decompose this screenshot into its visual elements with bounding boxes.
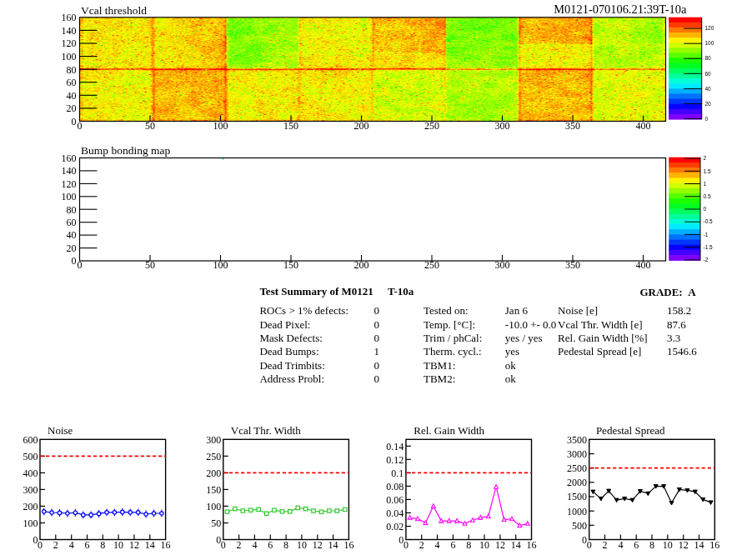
svg-text:2: 2 (237, 539, 242, 551)
svg-text:8: 8 (466, 539, 471, 551)
svg-text:0.02: 0.02 (386, 521, 404, 532)
svg-text:87.6: 87.6 (667, 318, 686, 331)
svg-text:80: 80 (67, 204, 77, 216)
svg-text:1.5: 1.5 (704, 168, 711, 174)
svg-text:yes: yes (505, 345, 519, 358)
svg-text:0: 0 (374, 304, 380, 317)
svg-text:3000: 3000 (567, 448, 587, 460)
svg-text:60: 60 (705, 71, 712, 77)
svg-text:300: 300 (23, 484, 38, 496)
svg-text:12: 12 (495, 539, 505, 551)
svg-text:4: 4 (618, 539, 623, 551)
svg-text:Therm. cycl.:: Therm. cycl.: (424, 345, 482, 358)
svg-text:350: 350 (565, 120, 580, 132)
svg-text:1: 1 (704, 181, 707, 187)
svg-text:200: 200 (23, 501, 38, 512)
svg-text:0: 0 (404, 539, 409, 551)
svg-text:60: 60 (67, 217, 77, 228)
svg-text:0: 0 (78, 259, 83, 271)
svg-text:400: 400 (23, 468, 38, 479)
svg-text:100: 100 (206, 501, 221, 512)
svg-text:3500: 3500 (567, 434, 587, 446)
svg-text:1546.6: 1546.6 (667, 345, 697, 358)
svg-text:Dead Trimbits:: Dead Trimbits: (259, 359, 324, 372)
svg-text:600: 600 (23, 434, 38, 446)
svg-text:0.06: 0.06 (386, 494, 404, 506)
svg-text:350: 350 (565, 259, 580, 271)
svg-text:1: 1 (374, 345, 380, 358)
svg-text:Pedestal Spread [e]: Pedestal Spread [e] (558, 345, 641, 358)
svg-text:0: 0 (374, 318, 380, 331)
svg-text:Vcal threshold: Vcal threshold (81, 4, 147, 17)
svg-text:150: 150 (283, 120, 298, 132)
svg-text:20: 20 (67, 242, 77, 254)
svg-text:160: 160 (62, 152, 77, 164)
svg-text:16: 16 (709, 539, 719, 551)
svg-text:14: 14 (328, 539, 338, 551)
svg-text:20: 20 (705, 101, 712, 107)
svg-text:16: 16 (161, 539, 171, 551)
svg-text:6: 6 (634, 539, 639, 551)
svg-text:0: 0 (374, 332, 380, 344)
svg-text:3.3: 3.3 (667, 332, 680, 344)
svg-text:2: 2 (603, 539, 608, 551)
svg-text:10: 10 (113, 539, 123, 551)
svg-text:40: 40 (67, 229, 77, 241)
svg-text:160: 160 (62, 12, 77, 23)
svg-text:Noise [e]: Noise [e] (558, 304, 598, 317)
svg-text:0: 0 (78, 120, 83, 132)
svg-text:0.14: 0.14 (386, 441, 404, 452)
svg-text:-2: -2 (704, 257, 709, 262)
svg-text:120: 120 (62, 178, 77, 190)
svg-text:Bump bonding map: Bump bonding map (81, 144, 170, 157)
svg-text:8: 8 (649, 539, 654, 551)
svg-text:GRADE: A: GRADE: A (639, 286, 696, 298)
svg-text:6: 6 (85, 539, 90, 551)
svg-text:2: 2 (419, 539, 424, 551)
svg-text:0: 0 (72, 116, 77, 128)
svg-text:40: 40 (705, 86, 712, 92)
svg-text:4: 4 (69, 539, 74, 551)
svg-text:1000: 1000 (567, 506, 587, 518)
svg-text:120: 120 (62, 38, 77, 49)
svg-text:10: 10 (663, 539, 673, 551)
svg-text:100: 100 (62, 51, 77, 62)
svg-text:80: 80 (67, 64, 77, 76)
svg-text:Rel. Gain Width: Rel. Gain Width (414, 424, 484, 437)
svg-text:300: 300 (206, 434, 221, 446)
svg-text:100: 100 (213, 120, 228, 132)
svg-text:158.2: 158.2 (667, 304, 691, 317)
svg-text:0: 0 (221, 539, 226, 551)
svg-text:Tested on:: Tested on: (424, 304, 469, 317)
svg-text:8: 8 (283, 539, 288, 551)
svg-text:80: 80 (705, 55, 712, 61)
svg-text:TBM2:: TBM2: (424, 372, 455, 385)
svg-text:0: 0 (705, 116, 709, 122)
svg-text:Mask Defects:: Mask Defects: (259, 332, 322, 344)
svg-text:Dead Bumps:: Dead Bumps: (259, 345, 318, 358)
svg-text:Address Probl:: Address Probl: (259, 372, 324, 385)
svg-text:0: 0 (587, 539, 592, 551)
svg-text:0: 0 (374, 372, 380, 385)
svg-text:400: 400 (636, 259, 651, 271)
svg-text:200: 200 (354, 259, 369, 271)
svg-text:Vcal Thr. Width [e]: Vcal Thr. Width [e] (558, 318, 643, 331)
svg-text:140: 140 (62, 165, 77, 177)
svg-text:2500: 2500 (567, 462, 587, 474)
svg-text:1500: 1500 (567, 491, 587, 502)
svg-text:100: 100 (213, 259, 228, 271)
svg-text:10: 10 (479, 539, 489, 551)
svg-text:Vcal Thr. Width: Vcal Thr. Width (231, 424, 301, 437)
svg-text:Rel. Gain Width [%]: Rel. Gain Width [%] (558, 332, 648, 344)
svg-text:250: 250 (206, 451, 221, 462)
svg-text:500: 500 (572, 520, 587, 532)
svg-text:0: 0 (38, 539, 43, 551)
svg-text:0: 0 (704, 206, 707, 212)
svg-text:ok: ok (505, 359, 517, 372)
svg-text:TBM1:: TBM1: (424, 359, 455, 372)
svg-text:-10.0 +- 0.0: -10.0 +- 0.0 (505, 318, 557, 331)
svg-text:Test Summary of M0121: Test Summary of M0121 (259, 285, 373, 298)
svg-text:0.5: 0.5 (704, 193, 711, 199)
svg-text:6: 6 (268, 539, 273, 551)
svg-text:14: 14 (145, 539, 155, 551)
